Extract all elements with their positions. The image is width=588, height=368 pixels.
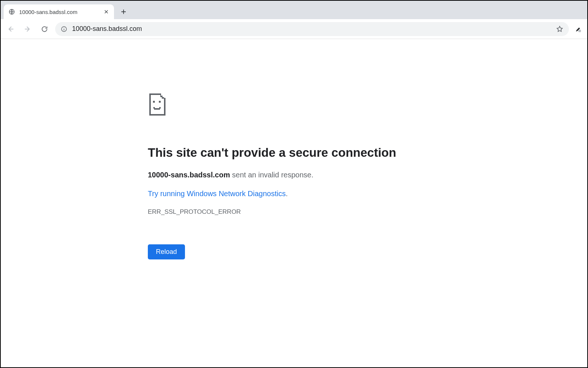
- svg-rect-6: [163, 93, 164, 97]
- new-tab-button[interactable]: [117, 5, 130, 18]
- tab-title: 10000-sans.badssl.com: [19, 9, 99, 15]
- svg-rect-10: [154, 108, 160, 110]
- svg-rect-11: [153, 107, 155, 109]
- sad-page-icon: [148, 93, 405, 117]
- svg-rect-9: [159, 101, 161, 103]
- browser-toolbar: 10000-sans.badssl.com: [1, 19, 587, 39]
- error-code: ERR_SSL_PROTOCOL_ERROR: [148, 208, 405, 216]
- close-tab-icon[interactable]: [103, 8, 110, 15]
- bookmark-star-icon[interactable]: [556, 25, 564, 33]
- svg-rect-4: [578, 29, 581, 32]
- tab-strip: 10000-sans.badssl.com: [1, 1, 587, 19]
- back-button[interactable]: [4, 23, 17, 35]
- diagnostics-link[interactable]: Try running Windows Network Diagnostics: [148, 190, 286, 198]
- error-message: 10000-sans.badssl.com sent an invalid re…: [148, 171, 405, 179]
- diagnostics-line: Try running Windows Network Diagnostics.: [148, 190, 405, 198]
- address-bar[interactable]: 10000-sans.badssl.com: [55, 22, 569, 36]
- reload-nav-button[interactable]: [38, 23, 51, 35]
- error-message-suffix: sent an invalid response.: [230, 171, 313, 179]
- svg-rect-5: [161, 93, 163, 96]
- globe-icon: [8, 8, 15, 15]
- site-info-icon[interactable]: [60, 25, 68, 33]
- page-content: This site can't provide a secure connect…: [1, 39, 587, 367]
- error-container: This site can't provide a secure connect…: [148, 93, 405, 259]
- forward-button[interactable]: [21, 23, 34, 35]
- error-host: 10000-sans.badssl.com: [148, 171, 230, 179]
- error-title: This site can't provide a secure connect…: [148, 146, 405, 160]
- address-bar-url: 10000-sans.badssl.com: [72, 25, 551, 33]
- svg-rect-8: [153, 101, 155, 103]
- svg-rect-12: [159, 107, 161, 109]
- reload-button[interactable]: Reload: [148, 244, 185, 259]
- diagnostics-period: .: [286, 190, 288, 198]
- svg-rect-7: [164, 93, 167, 98]
- browser-tab[interactable]: 10000-sans.badssl.com: [4, 4, 114, 19]
- svg-point-3: [64, 27, 64, 28]
- eyedropper-extension-icon[interactable]: [573, 24, 584, 34]
